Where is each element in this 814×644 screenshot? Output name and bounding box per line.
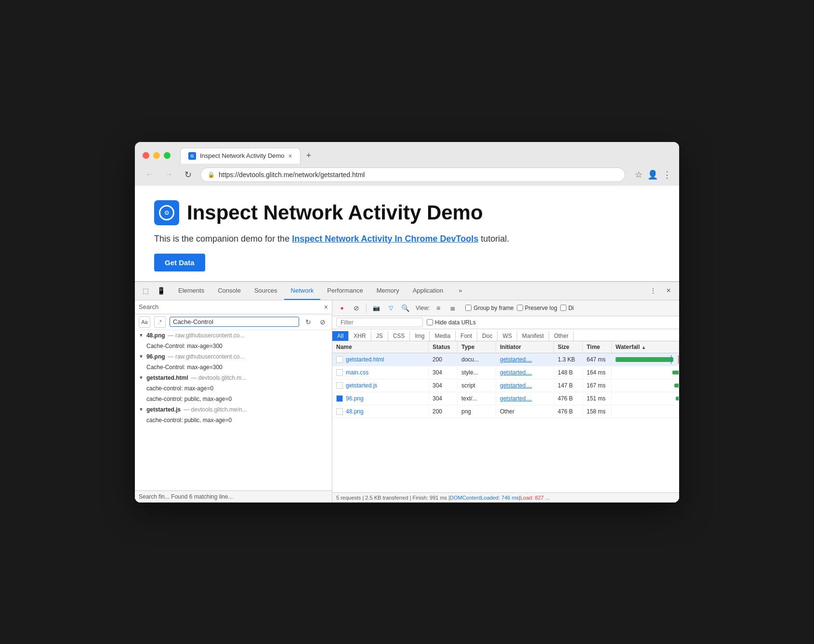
col-header-initiator[interactable]: Initiator <box>496 341 554 353</box>
search-group-header-96png[interactable]: ▼ 96.png — raw.githubusercontent.co... <box>135 351 332 362</box>
table-row[interactable]: main.css 304 style... getstarted.... 148… <box>332 366 679 379</box>
devtools-link[interactable]: Inspect Network Activity In Chrome DevTo… <box>292 234 478 244</box>
tab-elements[interactable]: Elements <box>171 282 211 300</box>
regex-button[interactable]: .* <box>154 316 166 328</box>
table-row[interactable]: 48.png 200 png Other 476 B 158 ms <box>332 405 679 418</box>
cell-type: style... <box>458 367 496 378</box>
pill-manifest[interactable]: Manifest <box>517 331 549 341</box>
devtools-actions: ⋮ × <box>646 284 675 297</box>
pill-ws[interactable]: WS <box>498 331 517 341</box>
address-actions: ☆ 👤 ⋮ <box>635 169 671 180</box>
pill-media[interactable]: Media <box>430 331 456 341</box>
group-by-frame-checkbox[interactable] <box>465 305 472 311</box>
bookmark-button[interactable]: ☆ <box>635 169 643 180</box>
close-button[interactable] <box>143 152 149 159</box>
list-view-button[interactable]: ≡ <box>433 302 444 314</box>
pill-img[interactable]: Img <box>410 331 430 341</box>
search-group-header-48png[interactable]: ▼ 48.png — raw.githubusercontent.co... <box>135 330 332 341</box>
devtools-close-button[interactable]: × <box>662 284 675 297</box>
hide-data-urls-checkbox[interactable] <box>427 319 433 325</box>
cell-size: 147 B <box>554 380 583 391</box>
table-row[interactable]: getstarted.js 304 script getstarted.... … <box>332 379 679 392</box>
new-tab-button[interactable]: + <box>301 148 317 164</box>
col-header-size[interactable]: Size <box>554 341 583 353</box>
filter-input[interactable] <box>336 318 423 327</box>
table-row[interactable]: 96.png 304 text/... getstarted.... 476 B… <box>332 392 679 405</box>
cell-initiator: getstarted.... <box>496 354 554 365</box>
devtools-menu-button[interactable]: ⋮ <box>646 284 660 297</box>
table-row[interactable]: getstarted.html 200 docu... getstarted..… <box>332 353 679 366</box>
search-icon-button[interactable]: 🔍 <box>399 302 411 314</box>
file-link[interactable]: 48.png <box>346 408 364 415</box>
cell-size: 148 B <box>554 367 583 378</box>
search-group-header-html[interactable]: ▼ getstarted.html — devtools.glitch.m... <box>135 373 332 383</box>
file-link[interactable]: getstarted.html <box>346 356 384 363</box>
tab-sources[interactable]: Sources <box>248 282 284 300</box>
record-button[interactable]: ● <box>336 302 348 314</box>
cell-size: 1.3 KB <box>554 354 583 365</box>
minimize-button[interactable] <box>153 152 160 159</box>
tab-more[interactable]: » <box>452 282 469 300</box>
file-link[interactable]: main.css <box>346 369 368 376</box>
tab-application[interactable]: Application <box>406 282 450 300</box>
search-cancel-button[interactable]: ⊘ <box>317 317 328 327</box>
disable-cache-checkbox[interactable] <box>560 305 566 311</box>
get-data-button[interactable]: Get Data <box>154 254 205 271</box>
stop-button[interactable]: ⊘ <box>351 302 362 314</box>
cell-name-96png: 96.png <box>332 393 429 404</box>
pill-css[interactable]: CSS <box>388 331 410 341</box>
forward-button[interactable]: → <box>162 168 175 181</box>
col-header-time[interactable]: Time <box>583 341 612 353</box>
pill-doc[interactable]: Doc <box>477 331 498 341</box>
pill-font[interactable]: Font <box>456 331 477 341</box>
search-clear-button[interactable]: × <box>324 303 328 311</box>
search-refresh-button[interactable]: ↻ <box>303 317 314 327</box>
col-header-waterfall[interactable]: Waterfall ▲ <box>612 341 679 353</box>
match-line: cache-control: public, max-age=0 <box>135 394 332 404</box>
arrow-icon: ▼ <box>139 354 144 359</box>
search-group-header-js[interactable]: ▼ getstarted.js — devtools.glitch.me/n..… <box>135 404 332 415</box>
tab-close-button[interactable]: × <box>289 152 292 160</box>
pill-all[interactable]: All <box>332 331 349 341</box>
file-source-html: — devtools.glitch.m... <box>191 374 247 381</box>
network-panel: ● ⊘ 📷 ▽ 🔍 View: ≡ ≣ Group by frame <box>332 300 679 502</box>
tab-performance[interactable]: Performance <box>320 282 369 300</box>
col-header-status[interactable]: Status <box>429 341 458 353</box>
inspect-element-icon[interactable]: ⬚ <box>139 284 152 297</box>
desc-before: This is the companion demo for the <box>154 234 292 244</box>
preserve-log-checkbox[interactable] <box>517 305 523 311</box>
search-field-input[interactable] <box>170 317 299 327</box>
match-line: Cache-Control: max-age=300 <box>135 341 332 351</box>
back-button[interactable]: ← <box>143 168 156 181</box>
maximize-button[interactable] <box>164 152 171 159</box>
arrow-icon: ▼ <box>139 333 144 338</box>
view-label: View: <box>416 305 430 311</box>
url-text: https://devtools.glitch.me/network/getst… <box>219 171 618 179</box>
col-header-name[interactable]: Name <box>332 341 429 353</box>
pill-other[interactable]: Other <box>549 331 574 341</box>
cell-waterfall <box>612 392 679 405</box>
tab-memory[interactable]: Memory <box>370 282 406 300</box>
active-tab[interactable]: G Inspect Network Activity Demo × <box>180 148 301 164</box>
refresh-button[interactable]: ↻ <box>181 168 195 181</box>
file-link[interactable]: getstarted.js <box>346 382 377 389</box>
menu-button[interactable]: ⋮ <box>663 169 671 180</box>
profile-button[interactable]: 👤 <box>647 169 658 180</box>
pill-js[interactable]: JS <box>371 331 388 341</box>
match-case-button[interactable]: Aa <box>139 316 150 328</box>
filter-icon-button[interactable]: ▽ <box>385 302 396 314</box>
file-link[interactable]: 96.png <box>346 395 364 402</box>
match-line: cache-control: max-age=0 <box>135 383 332 394</box>
cell-status: 304 <box>429 367 458 378</box>
tab-network[interactable]: Network <box>284 282 321 300</box>
address-field[interactable]: 🔒 https://devtools.glitch.me/network/get… <box>200 167 625 182</box>
pill-xhr[interactable]: XHR <box>349 331 371 341</box>
tab-console[interactable]: Console <box>211 282 248 300</box>
devtools-tabs: ⬚ 📱 Elements Console Sources Network Per… <box>135 282 679 300</box>
device-mode-icon[interactable]: 📱 <box>154 284 168 297</box>
detail-view-button[interactable]: ≣ <box>447 302 459 314</box>
screenshot-button[interactable]: 📷 <box>370 302 382 314</box>
cell-size: 476 B <box>554 393 583 404</box>
file-icon-blue <box>336 395 343 402</box>
col-header-type[interactable]: Type <box>458 341 496 353</box>
